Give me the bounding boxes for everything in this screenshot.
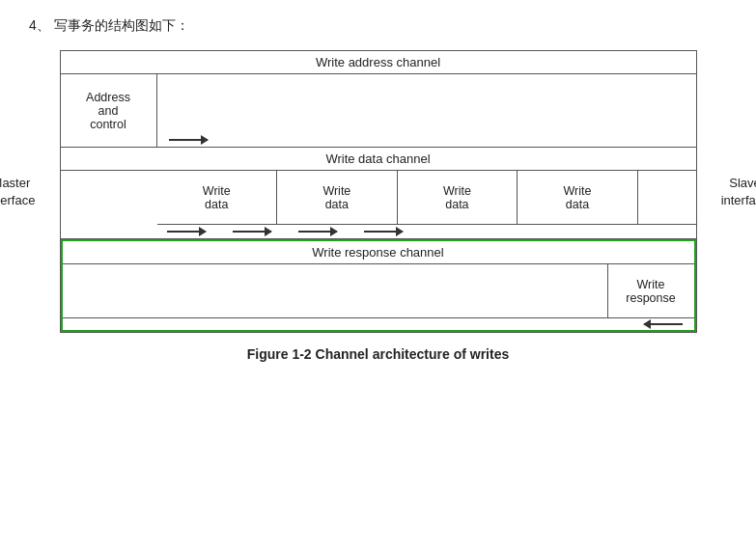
slave-label: Slaveinterface — [721, 174, 756, 208]
write-addr-channel: Write address channel Addressandcontrol — [61, 51, 696, 148]
data-spacer — [61, 171, 157, 238]
data-arrow-3 — [298, 231, 337, 233]
addr-control-box: Addressandcontrol — [61, 74, 157, 147]
data-arrow-4 — [364, 231, 403, 233]
intro-text: 4、 写事务的结构图如下： — [29, 17, 727, 35]
write-data-channel-header: Write data channel — [61, 148, 696, 171]
figure-caption: Figure 1-2 Channel architecture of write… — [29, 346, 727, 362]
write-response-arrow-row — [63, 317, 694, 330]
data-cells: Writedata Writedata Writedata Writedata — [157, 171, 696, 238]
write-data-box-3: Writedata — [398, 171, 518, 224]
write-response-box: Writeresponse — [607, 264, 694, 317]
addr-control-text: Addressandcontrol — [86, 91, 130, 131]
data-arrow-2 — [233, 231, 271, 233]
write-response-channel-header: Write response channel — [63, 241, 694, 264]
data-arrows-row — [157, 225, 696, 238]
page-container: 4、 写事务的结构图如下： Masterinterface Slaveinter… — [0, 0, 756, 371]
data-arrow-1 — [167, 231, 206, 233]
write-data-box-4: Writedata — [518, 171, 638, 224]
resp-spacer — [63, 264, 607, 317]
write-addr-body: Addressandcontrol — [61, 74, 696, 147]
write-data-box-2: Writedata — [277, 171, 398, 224]
addr-arrow — [169, 139, 208, 141]
outer-box: Write address channel Addressandcontrol … — [60, 50, 697, 333]
data-box-empty-right — [638, 171, 696, 224]
master-label: Masterinterface — [0, 174, 35, 208]
addr-arrow-area — [157, 74, 696, 147]
write-response-channel: Write response channel Writeresponse — [61, 239, 696, 332]
data-boxes-row: Writedata Writedata Writedata Writedata — [157, 171, 696, 225]
write-data-channel: Write data channel Writedata Writedata W… — [61, 148, 696, 239]
write-data-body: Writedata Writedata Writedata Writedata — [61, 171, 696, 238]
write-data-box-1: Writedata — [157, 171, 278, 224]
write-response-body: Writeresponse — [63, 264, 694, 317]
response-arrow — [644, 323, 683, 325]
write-addr-channel-header: Write address channel — [61, 51, 696, 74]
